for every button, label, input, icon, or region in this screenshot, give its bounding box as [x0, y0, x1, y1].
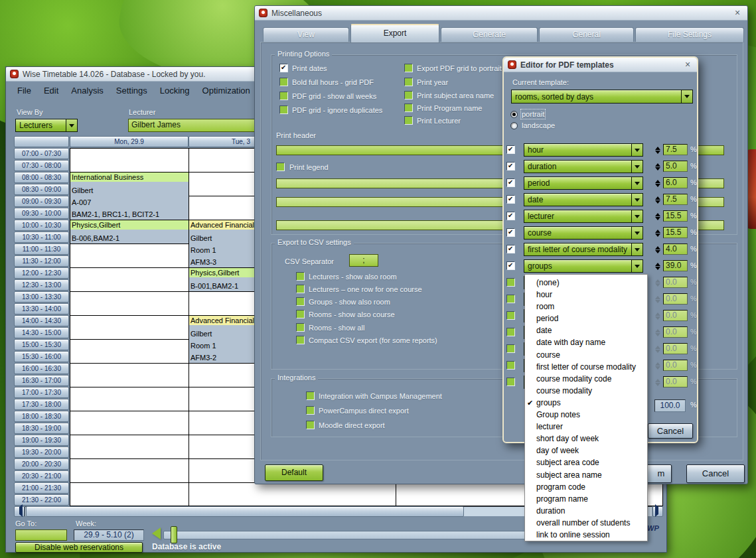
value-spinner[interactable] — [654, 227, 662, 240]
time-slot-button[interactable]: 19:00 - 19:30 — [14, 435, 69, 446]
value-spinner[interactable] — [654, 310, 662, 322]
pdf-field-dropdown[interactable]: course — [524, 226, 643, 240]
chevron-down-icon[interactable] — [631, 194, 643, 206]
spinner-down-icon[interactable] — [655, 151, 660, 157]
dropdown-option[interactable]: duration — [525, 505, 647, 517]
dropdown-option[interactable]: date — [525, 324, 647, 336]
integration-option-checkbox[interactable] — [306, 421, 315, 429]
tab-view[interactable]: View — [263, 27, 349, 42]
time-slot-button[interactable]: 09:00 - 09:30 — [14, 196, 69, 207]
dropdown-option[interactable]: lecturer — [525, 421, 647, 433]
pdf-field-checkbox[interactable] — [506, 328, 515, 336]
time-slot-button[interactable]: 20:30 - 21:00 — [14, 470, 69, 482]
percent-value-field[interactable]: 15.5 — [663, 227, 688, 238]
percent-value-field[interactable]: 7.5 — [663, 144, 688, 155]
spinner-down-icon[interactable] — [655, 366, 660, 372]
menu-settings[interactable]: Settings — [110, 84, 154, 97]
spinner-down-icon[interactable] — [655, 167, 660, 173]
pdf-field-checkbox[interactable] — [506, 278, 515, 287]
spinner-down-icon[interactable] — [655, 333, 660, 339]
value-spinner[interactable] — [654, 293, 662, 306]
spinner-up-icon[interactable] — [655, 161, 660, 167]
time-slot-button[interactable]: 08:30 - 09:00 — [14, 184, 69, 195]
tab-export[interactable]: Export — [350, 24, 439, 42]
pdf-field-dropdown[interactable]: groups — [524, 259, 643, 273]
spinner-up-icon[interactable] — [655, 293, 660, 299]
dropdown-option[interactable]: overall number of students — [525, 517, 647, 529]
percent-value-field[interactable]: 0.0 — [663, 376, 688, 387]
time-slot-button[interactable]: 18:30 - 19:00 — [14, 423, 69, 434]
spinner-down-icon[interactable] — [655, 383, 660, 389]
spinner-up-icon[interactable] — [655, 310, 660, 316]
spinner-down-icon[interactable] — [655, 300, 660, 306]
scroll-right-button[interactable] — [652, 506, 663, 517]
percent-value-field[interactable]: 39.0 — [663, 260, 688, 271]
pdf-field-dropdown[interactable]: duration — [524, 160, 643, 173]
pdf-field-checkbox[interactable] — [506, 361, 515, 370]
print-option-checkbox[interactable] — [404, 116, 413, 125]
pdf-field-dropdown[interactable]: date — [524, 193, 643, 206]
pdf-field-dropdown[interactable]: hour — [524, 143, 643, 157]
chevron-down-icon[interactable] — [631, 210, 643, 222]
print-legend-checkbox[interactable] — [276, 163, 285, 171]
pdf-field-checkbox[interactable] — [506, 195, 515, 204]
spinner-up-icon[interactable] — [655, 194, 660, 200]
percent-value-field[interactable]: 6.0 — [663, 177, 688, 188]
pdf-field-checkbox[interactable] — [506, 145, 515, 154]
time-slot-button[interactable]: 07:30 - 08:00 — [14, 160, 69, 171]
dropdown-option[interactable]: program name — [525, 493, 647, 505]
day-header-monday[interactable]: Mon, 29.9 — [70, 136, 189, 147]
spinner-down-icon[interactable] — [655, 234, 660, 240]
time-slot-button[interactable]: 14:30 - 15:00 — [14, 327, 69, 338]
value-spinner[interactable] — [654, 210, 662, 223]
dropdown-option[interactable]: ✔groups — [525, 397, 647, 409]
value-spinner[interactable] — [654, 343, 662, 356]
value-spinner[interactable] — [654, 194, 662, 206]
spinner-up-icon[interactable] — [655, 260, 660, 266]
value-spinner[interactable] — [654, 161, 662, 173]
menu-optimization[interactable]: Optimization — [196, 84, 257, 97]
percent-value-field[interactable]: 0.0 — [663, 326, 688, 338]
print-option-checkbox[interactable] — [279, 64, 288, 72]
chevron-down-icon[interactable] — [631, 227, 643, 239]
timetable-event[interactable]: International BusinessGilbertA-007BAM2-1… — [70, 173, 189, 220]
time-slot-button[interactable]: 13:30 - 14:00 — [14, 303, 69, 314]
tab-general[interactable]: General — [539, 27, 634, 42]
spinner-up-icon[interactable] — [655, 144, 660, 150]
spinner-down-icon[interactable] — [655, 283, 660, 289]
chevron-down-icon[interactable] — [631, 260, 643, 272]
value-spinner[interactable] — [654, 260, 662, 273]
chevron-down-icon[interactable] — [631, 144, 643, 156]
menu-locking[interactable]: Locking — [154, 84, 196, 97]
integration-option-checkbox[interactable] — [306, 406, 315, 415]
csv-option-checkbox[interactable] — [296, 285, 305, 293]
pdf-field-checkbox[interactable] — [506, 261, 515, 270]
menu-analysis[interactable]: Analysis — [65, 84, 110, 97]
value-spinner[interactable] — [654, 326, 662, 339]
time-slot-button[interactable]: 15:00 - 15:30 — [14, 339, 69, 350]
editor-cancel-button[interactable]: Cancel — [648, 423, 693, 439]
goto-input[interactable] — [15, 529, 67, 541]
menu-file[interactable]: File — [11, 84, 38, 97]
time-slot-button[interactable]: 17:00 - 17:30 — [14, 387, 69, 398]
csv-option-checkbox[interactable] — [296, 297, 305, 306]
dropdown-option[interactable]: link to online session — [525, 529, 647, 541]
dropdown-option[interactable]: hour — [525, 289, 647, 301]
percent-value-field[interactable]: 0.0 — [663, 277, 688, 288]
spinner-up-icon[interactable] — [655, 244, 660, 249]
csv-separator-input[interactable]: ; — [349, 254, 378, 267]
cancel-button[interactable]: Cancel — [686, 464, 745, 483]
time-slot-button[interactable]: 20:00 - 20:30 — [14, 458, 69, 470]
percent-value-field[interactable]: 0.0 — [663, 360, 688, 371]
dropdown-option[interactable]: period — [525, 313, 647, 324]
dropdown-option[interactable]: subject area name — [525, 469, 647, 481]
pdf-field-checkbox[interactable] — [506, 344, 515, 353]
menu-edit[interactable]: Edit — [38, 84, 65, 97]
integration-option-checkbox[interactable] — [306, 391, 315, 400]
spinner-down-icon[interactable] — [655, 267, 660, 273]
spinner-down-icon[interactable] — [655, 184, 660, 190]
print-option-checkbox[interactable] — [279, 78, 288, 86]
print-option-checkbox[interactable] — [404, 64, 413, 72]
week-back-arrow[interactable] — [152, 527, 161, 539]
spinner-up-icon[interactable] — [655, 360, 660, 366]
